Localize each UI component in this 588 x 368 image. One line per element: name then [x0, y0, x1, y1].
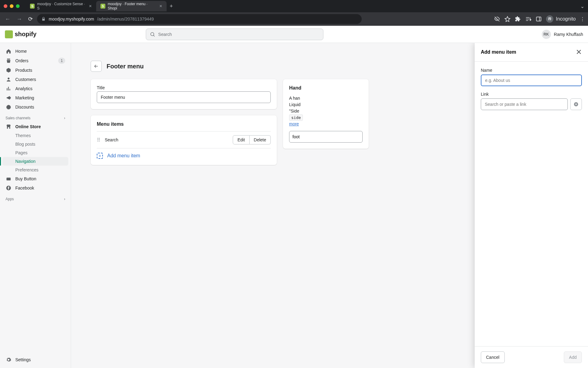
- handle-heading: Hand: [289, 85, 363, 91]
- sidebar-item-orders[interactable]: Orders1: [2, 56, 68, 66]
- url-path: /admin/menus/207811379449: [97, 17, 154, 21]
- gear-icon: [6, 357, 12, 362]
- buy-button-icon: [6, 176, 12, 182]
- search-placeholder: Search: [158, 32, 172, 37]
- sidebar-item-settings[interactable]: Settings: [2, 355, 68, 364]
- sidebar-item-discounts[interactable]: Discounts: [2, 102, 68, 112]
- reload-icon[interactable]: ⟳: [26, 14, 35, 24]
- edit-button[interactable]: Edit: [233, 135, 249, 144]
- nav-label: Home: [15, 49, 27, 54]
- handle-code: side: [289, 114, 303, 121]
- nav-label: Products: [15, 68, 32, 73]
- search-icon: [150, 32, 155, 37]
- link-input[interactable]: [481, 98, 568, 110]
- sidebar-sub-pages[interactable]: Pages: [2, 148, 68, 157]
- url-host: moodjoy.myshopify.com: [49, 17, 94, 21]
- sidebar-item-analytics[interactable]: Analytics: [2, 84, 68, 93]
- drag-handle-icon[interactable]: ⠿: [97, 137, 100, 143]
- chevron-right-icon[interactable]: ›: [64, 116, 65, 120]
- panel-icon[interactable]: [536, 16, 542, 22]
- sidebar-sub-themes[interactable]: Themes: [2, 131, 68, 140]
- close-window-button[interactable]: [4, 4, 7, 8]
- maximize-window-button[interactable]: [16, 4, 20, 8]
- nav-label: Blog posts: [15, 142, 35, 147]
- nav-label: Preferences: [15, 167, 38, 172]
- main-content: Footer menu Title Menu items ⠿ Search Ed…: [71, 43, 588, 368]
- minimize-window-button[interactable]: [10, 4, 13, 8]
- name-input[interactable]: [481, 75, 582, 86]
- favicon-icon: S: [30, 4, 35, 9]
- new-tab-button[interactable]: +: [170, 3, 173, 10]
- clear-link-button[interactable]: [570, 98, 582, 110]
- shopify-logo[interactable]: shopify: [5, 30, 36, 38]
- nav-label: Analytics: [15, 86, 32, 91]
- playlist-icon[interactable]: [525, 16, 531, 22]
- discounts-icon: [6, 104, 12, 110]
- analytics-icon: [6, 86, 12, 91]
- svg-point-2: [550, 19, 551, 20]
- nav-label: Buy Button: [15, 176, 36, 181]
- learn-more-link[interactable]: more: [289, 121, 299, 126]
- shopify-logo-icon: [5, 30, 13, 38]
- customers-icon: [6, 77, 12, 82]
- back-icon[interactable]: ←: [3, 14, 12, 24]
- back-button[interactable]: [91, 61, 102, 72]
- svg-point-4: [8, 78, 9, 79]
- sidebar-item-facebook[interactable]: Facebook: [2, 183, 68, 193]
- menu-icon[interactable]: ⋮: [580, 16, 585, 22]
- plus-dashed-icon: +: [97, 153, 103, 159]
- star-icon[interactable]: [504, 16, 511, 22]
- sidebar-item-products[interactable]: Products: [2, 66, 68, 75]
- logo-text: shopify: [15, 31, 36, 38]
- nav-label: Navigation: [15, 159, 36, 164]
- sidebar-item-home[interactable]: Home: [2, 47, 68, 56]
- browser-tab-bar: S moodjoy · Customize Sense · S ✕ S mood…: [0, 0, 588, 12]
- sidebar-item-marketing[interactable]: Marketing: [2, 93, 68, 102]
- profile-chip[interactable]: Incognito: [546, 15, 576, 23]
- add-menu-item-button[interactable]: + Add menu item: [97, 148, 271, 159]
- browser-tab-active[interactable]: S moodjoy · Footer menu · Shopi ✕: [96, 1, 167, 11]
- close-tab-icon[interactable]: ✕: [89, 4, 92, 8]
- user-menu[interactable]: RK Ramy Khuffash: [542, 30, 583, 39]
- forward-icon: →: [15, 14, 24, 24]
- sidebar-sub-navigation[interactable]: Navigation: [2, 157, 68, 166]
- window-controls: [4, 4, 20, 8]
- apps-section-label: Apps›: [2, 193, 68, 203]
- chevron-down-icon[interactable]: ⌄: [580, 3, 584, 9]
- user-name: Ramy Khuffash: [554, 32, 583, 37]
- eye-off-icon[interactable]: [494, 16, 500, 22]
- nav-label: Discounts: [15, 105, 34, 109]
- add-button[interactable]: Add: [564, 351, 582, 363]
- handle-card: Hand A han Liquid "Side side more foot: [283, 79, 369, 149]
- extensions-icon[interactable]: [515, 16, 521, 22]
- chevron-right-icon[interactable]: ›: [64, 197, 65, 201]
- menu-item-label: Search: [105, 137, 118, 142]
- name-label: Name: [481, 68, 582, 73]
- channels-section-label: Sales channels›: [2, 112, 68, 122]
- store-icon: [6, 124, 12, 129]
- svg-point-1: [548, 19, 549, 20]
- cancel-button[interactable]: Cancel: [481, 351, 505, 363]
- close-tab-icon[interactable]: ✕: [159, 4, 162, 8]
- sidebar-item-buy-button[interactable]: Buy Button: [2, 174, 68, 183]
- delete-button[interactable]: Delete: [250, 135, 271, 144]
- browser-tab[interactable]: S moodjoy · Customize Sense · S ✕: [26, 1, 96, 11]
- handle-input[interactable]: foot: [289, 131, 363, 143]
- page-title: Footer menu: [107, 63, 144, 70]
- add-menu-item-drawer: Add menu item ✕ Name Link Cancel Add: [475, 43, 588, 368]
- sidebar-item-customers[interactable]: Customers: [2, 75, 68, 84]
- nav-label: Orders: [15, 58, 28, 63]
- marketing-icon: [6, 95, 12, 101]
- address-bar[interactable]: moodjoy.myshopify.com/admin/menus/207811…: [37, 14, 362, 24]
- nav-label: Facebook: [15, 186, 34, 190]
- browser-toolbar: ← → ⟳ moodjoy.myshopify.com/admin/menus/…: [0, 12, 588, 26]
- title-input[interactable]: [97, 91, 271, 103]
- sidebar-item-online-store[interactable]: Online Store: [2, 122, 68, 131]
- close-icon[interactable]: ✕: [576, 48, 582, 56]
- sidebar-sub-preferences[interactable]: Preferences: [2, 166, 68, 174]
- svg-rect-0: [537, 17, 541, 21]
- tab-strip: S moodjoy · Customize Sense · S ✕ S mood…: [26, 1, 173, 11]
- global-search[interactable]: Search: [146, 29, 323, 40]
- sidebar-sub-blog-posts[interactable]: Blog posts: [2, 140, 68, 148]
- facebook-icon: [6, 185, 12, 191]
